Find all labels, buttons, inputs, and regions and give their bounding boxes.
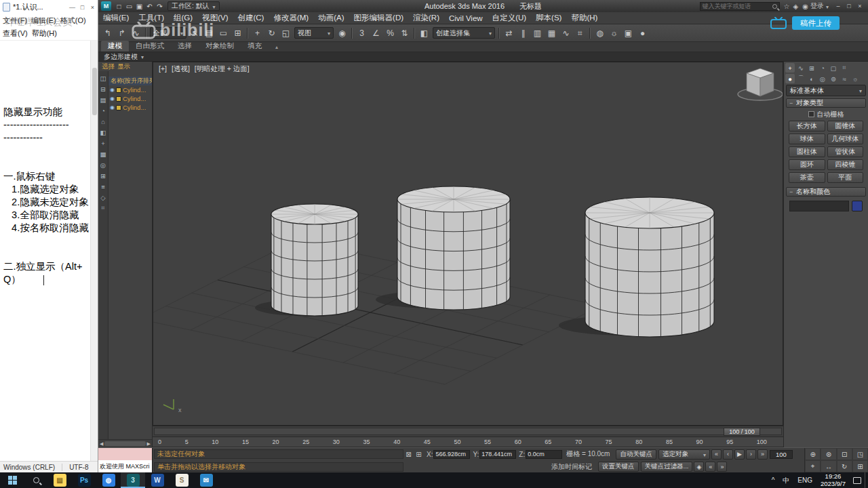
render-setup-icon[interactable]: ☼	[607, 26, 621, 40]
scroll-right-icon[interactable]: ▶	[147, 441, 151, 447]
tab-modify[interactable]: ∿	[796, 63, 806, 73]
favorites-star-icon[interactable]: ☆	[784, 3, 790, 10]
selection-filter-dropdown[interactable]: 全部	[150, 27, 186, 39]
3dsmax-logo-icon[interactable]: M	[101, 1, 111, 11]
explorer-time-icon[interactable]: ◔	[98, 106, 108, 115]
explorer-pin-icon[interactable]: ◫	[98, 73, 108, 83]
redo-icon[interactable]: ↷	[155, 1, 165, 11]
explorer-target-icon[interactable]: ◎	[98, 160, 108, 169]
current-frame-field[interactable]: 100	[770, 450, 793, 459]
taskbar-photoshop[interactable]: Ps	[72, 472, 96, 488]
notepad-titlebar[interactable]: *1.认识... —□×	[0, 0, 98, 14]
angle-snap-icon[interactable]: ∠	[369, 26, 383, 40]
perspective-viewport[interactable]: x [+] [透视] [明暗处理 + 边面]	[153, 62, 783, 426]
viewport-general-menu[interactable]: [+]	[159, 64, 167, 74]
zoom-all-icon[interactable]: ⊛	[821, 448, 836, 460]
ribbon-minimize-icon[interactable]: ▴	[275, 44, 278, 50]
menu-item[interactable]: 帮助(H)	[566, 13, 602, 23]
maxscript-listener-pink[interactable]	[98, 448, 153, 460]
move-icon[interactable]: +	[250, 26, 264, 40]
language-indicator[interactable]: ENG	[793, 476, 816, 484]
explorer-hash-icon[interactable]: ⌗	[98, 203, 108, 213]
select-link-icon[interactable]: ↰	[100, 26, 115, 40]
viewport-shading-menu[interactable]: [明暗处理 + 边面]	[195, 64, 250, 74]
play-button[interactable]: ▶	[734, 449, 745, 460]
percent-snap-icon[interactable]: %	[383, 26, 397, 40]
pan-icon[interactable]: ↔	[821, 460, 836, 472]
ribbon-toggle-icon[interactable]: ▦	[545, 26, 559, 40]
zoom-extents-icon[interactable]: ⊡	[837, 448, 852, 460]
menu-item[interactable]: 脚本(S)	[531, 13, 566, 23]
save-icon[interactable]: ▣	[134, 1, 144, 11]
object-type-button[interactable]: 茶壶	[789, 172, 825, 183]
category-cameras[interactable]: ◎	[818, 74, 827, 83]
fov-icon[interactable]: ⌖	[805, 460, 821, 472]
autogrid-checkbox[interactable]	[808, 111, 814, 117]
visibility-eye-icon[interactable]	[110, 87, 115, 93]
explorer-sort-icon[interactable]: ⊟	[98, 84, 108, 94]
scale-icon[interactable]: ◱	[279, 26, 293, 40]
prev-frame-button[interactable]: ‹	[723, 449, 733, 460]
menu-item[interactable]: 动画(A)	[313, 13, 349, 23]
object-name-field[interactable]	[789, 201, 849, 211]
material-editor-icon[interactable]: ◍	[593, 26, 607, 40]
menu-item[interactable]: 组(G)	[169, 13, 197, 23]
explorer-object-row[interactable]: Cylind...	[108, 94, 152, 103]
scrollbar-thumb[interactable]	[92, 68, 97, 115]
taskbar-mail[interactable]: ✉	[194, 472, 218, 488]
menu-item[interactable]: 自定义(U)	[488, 13, 531, 23]
signin-button[interactable]: ◉ 登录	[802, 1, 829, 11]
zoom-icon[interactable]: ⊕	[805, 448, 821, 460]
zoom-region-icon[interactable]: ◳	[852, 448, 868, 460]
new-file-icon[interactable]: □	[114, 1, 124, 11]
ime-indicator[interactable]: 中	[778, 476, 793, 485]
notepad-menu-item[interactable]: 文件(F)	[1, 14, 29, 27]
explorer-list-icon[interactable]: ▤	[98, 95, 108, 104]
taskbar-search-button[interactable]	[24, 472, 47, 488]
ribbon-tab[interactable]: 建模	[101, 41, 129, 52]
object-type-button[interactable]: 圆环	[789, 159, 825, 170]
toolbar-separator[interactable]	[145, 28, 146, 39]
edit-named-selections-icon[interactable]: ◧	[417, 26, 431, 40]
visibility-eye-icon[interactable]	[110, 96, 115, 102]
render-production-icon[interactable]: ●	[635, 26, 650, 40]
rollout-object-type[interactable]: 对象类型	[786, 98, 866, 108]
object-type-button[interactable]: 四棱锥	[827, 159, 864, 170]
tab-display[interactable]: ▢	[829, 63, 838, 73]
open-file-icon[interactable]: ▭	[124, 1, 134, 11]
time-slider[interactable]: 100 / 100	[724, 428, 760, 436]
schematic-view-icon[interactable]: ⌗	[573, 26, 587, 40]
curve-editor-icon[interactable]: ∿	[559, 26, 573, 40]
add-time-tag-label[interactable]: 添加时间标记	[551, 462, 592, 472]
mirror-icon[interactable]: ⇄	[502, 26, 516, 40]
key-mode-button[interactable]: ◈	[694, 462, 704, 472]
ribbon-tab[interactable]: 对象绘制	[199, 41, 241, 52]
track-bar[interactable]: 100 / 100	[153, 426, 783, 437]
rotate-icon[interactable]: ↻	[264, 26, 279, 40]
maxscript-listener-white[interactable]: 欢迎使用 MAXScri	[98, 460, 153, 473]
go-start-button[interactable]: «	[711, 449, 722, 460]
explorer-menu-select[interactable]: 选择	[102, 62, 115, 71]
ref-coord-dropdown[interactable]: 视图	[294, 27, 334, 39]
action-center-button[interactable]	[850, 472, 865, 488]
orbit-icon[interactable]: ↻	[837, 460, 852, 472]
ribbon-tab[interactable]: 自由形式	[129, 41, 171, 52]
object-type-button[interactable]: 圆锥体	[827, 121, 864, 131]
menu-item[interactable]: 修改器(M)	[269, 13, 313, 23]
ribbon-tab[interactable]: 填充	[241, 41, 269, 52]
scrollbar-thumb[interactable]	[104, 441, 145, 446]
notepad-scrollbar[interactable]	[90, 41, 98, 461]
ribbon-subtab[interactable]: 多边形建模	[104, 52, 138, 62]
lock-selection-icon[interactable]: ⊠	[403, 449, 414, 460]
upload-button[interactable]: 稿件上传	[792, 16, 840, 30]
object-type-button[interactable]: 管状体	[827, 146, 864, 157]
object-type-button[interactable]: 平面	[827, 172, 864, 183]
menu-item[interactable]: Civil View	[444, 14, 488, 22]
select-by-name-icon[interactable]: ▤	[202, 26, 216, 40]
next-key-button[interactable]: »	[717, 462, 727, 472]
rect-region-icon[interactable]: ▭	[216, 26, 231, 40]
taskbar-sai[interactable]: S	[170, 472, 194, 488]
toolbar-separator[interactable]	[498, 28, 500, 39]
visibility-eye-icon[interactable]	[110, 105, 115, 110]
explorer-name-column-header[interactable]: 名称(按升序排列)	[108, 77, 152, 85]
